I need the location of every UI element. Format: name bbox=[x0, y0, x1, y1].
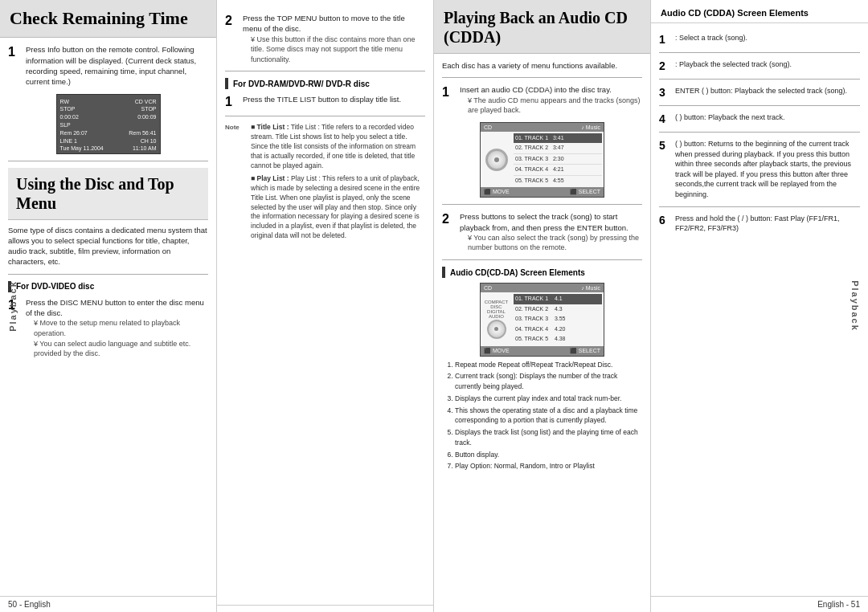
dvd-video-step-1-row: 1 Press the DISC MENU button to enter th… bbox=[8, 297, 208, 359]
playing-back-title: Playing Back an Audio CD (CDDA) bbox=[444, 8, 641, 47]
audio-cd-screen-sub-title: Audio CD(CD-DA) Screen Elements bbox=[442, 267, 642, 278]
audio-cd-bar bbox=[442, 267, 445, 278]
right-footer: English - 51 bbox=[651, 596, 868, 612]
mr-step-1-row: 1 Insert an audio CD (CDDA) into the dis… bbox=[442, 84, 642, 115]
top-step-2-text: Press the TOP MENU button to move to the… bbox=[243, 13, 425, 35]
r-div-4 bbox=[659, 132, 860, 133]
mr-divider-3 bbox=[442, 259, 642, 260]
right-footer-text: English - 51 bbox=[817, 600, 860, 609]
list-item-5: Displays the track list (song list) and … bbox=[455, 427, 642, 448]
screen-row-4: SLP bbox=[60, 121, 157, 129]
item-num-2: 2 bbox=[659, 59, 670, 72]
mr-step-2-num: 2 bbox=[442, 212, 455, 226]
dvd-ram-step-1-num: 1 bbox=[225, 95, 238, 109]
middle-left-footer bbox=[217, 605, 433, 612]
item-desc-5: ( ) button: Returns to the beginning of … bbox=[675, 139, 860, 200]
mr-step-2-text: Press buttons to select the track (song)… bbox=[460, 211, 642, 233]
middle-right-content: Each disc has a variety of menu function… bbox=[434, 54, 650, 612]
audio-cd-item-6: 6 Press and hold the ( / ) button: Fast … bbox=[659, 214, 860, 234]
cd-track-list-2: 01. TRACK 1 4.1 02. TRACK 2 4.3 03. TRAC… bbox=[514, 294, 602, 345]
step-1-row: 1 Press Info button on the remote contro… bbox=[8, 44, 208, 87]
item-num-6: 6 bbox=[659, 214, 670, 226]
cd-screen-body: 01. TRACK 1 3:41 02. TRACK 2 3:47 03. TR… bbox=[481, 132, 604, 188]
audio-cd-cdda-title: Audio CD (CDDA) Screen Elements bbox=[661, 8, 858, 18]
left-footer: 50 - English bbox=[0, 596, 216, 612]
cd-screen-mockup-1: CD ♪ Music 01. TRACK 1 3:41 02. TRACK 2 … bbox=[480, 122, 604, 198]
item-num-5: 5 bbox=[659, 139, 670, 152]
mr-step-1-text: Insert an audio CD (CDDA) into the disc … bbox=[460, 84, 642, 95]
mr-divider-2 bbox=[442, 204, 642, 205]
item-desc-6: Press and hold the ( / ) button: Fast Pl… bbox=[675, 214, 860, 234]
dvd-video-sub-title: For DVD-VIDEO disc bbox=[8, 281, 208, 292]
page-left: Playback Check Remaining Time 1 Press In… bbox=[0, 0, 217, 612]
cd-screen-body-2: COMPACTDISCDIGITAL AUDIO 01. TRACK 1 4.1… bbox=[481, 292, 604, 346]
dvd-ram-label: For DVD-RAM/DVD-RW/ DVD-R disc bbox=[233, 79, 370, 89]
cd-track-list: 01. TRACK 1 3:41 02. TRACK 2 3:47 03. TR… bbox=[514, 133, 602, 186]
page-middle-left: 2 Press the TOP MENU button to move to t… bbox=[217, 0, 434, 612]
mr-step-2-content: Press buttons to select the track (song)… bbox=[460, 211, 642, 253]
audio-cd-item-5: 5 ( ) button: Returns to the beginning o… bbox=[659, 139, 860, 200]
top-step-2-note-1: Use this button if the disc contains mor… bbox=[243, 35, 425, 65]
screen-row-5: Rem 26:07Rem 56:41 bbox=[60, 129, 157, 137]
page-middle-right: Playing Back an Audio CD (CDDA) Each dis… bbox=[434, 0, 651, 612]
screen-row-3: 0:00:020:00:09 bbox=[60, 113, 157, 121]
item-num-4: 4 bbox=[659, 112, 670, 125]
audio-cd-item-4: 4 ( ) button: Playback the next track. bbox=[659, 112, 860, 125]
playing-back-header: Playing Back an Audio CD (CDDA) bbox=[434, 0, 650, 54]
disc-top-menu-header: Using the Disc and Top Menu bbox=[8, 168, 208, 220]
left-content: 1 Press Info button on the remote contro… bbox=[0, 38, 216, 596]
playback-tab-right: Playback bbox=[850, 280, 860, 332]
dvd-video-note-1: Move to the setup menu related to playba… bbox=[26, 318, 208, 338]
cd-screen-footer: ⬛ MOVE⬛ SELECT bbox=[481, 187, 604, 197]
right-section-header: Audio CD (CDDA) Screen Elements bbox=[651, 0, 868, 23]
middle-divider-1 bbox=[225, 71, 425, 71]
item-num-1: 1 bbox=[659, 33, 670, 46]
note-content: ■ Title List : Title List : Title refers… bbox=[251, 123, 425, 241]
r-div-2 bbox=[659, 79, 860, 80]
step-1-text: Press Info button on the remote control.… bbox=[26, 44, 208, 87]
check-remaining-time-title: Check Remaining Time bbox=[10, 8, 207, 29]
left-footer-text: 50 - English bbox=[8, 600, 51, 609]
mr-step-1-num: 1 bbox=[442, 85, 455, 100]
screen-row-7: Tue May 11.200411:10 AM bbox=[60, 145, 157, 153]
item-desc-4: ( ) button: Playback the next track. bbox=[675, 112, 785, 123]
title-list-note: ■ Title List : Title List : Title refers… bbox=[251, 123, 425, 170]
item-num-3: 3 bbox=[659, 86, 670, 99]
list-item-1: Repeat mode Repeat off/Repeat Track/Repe… bbox=[455, 360, 642, 370]
audio-cd-items: 1 : Select a track (song). 2 : Playback … bbox=[659, 33, 860, 234]
mr-step-2-note: You can also select the track (song) by … bbox=[460, 233, 642, 253]
mr-step-1-content: Insert an audio CD (CDDA) into the disc … bbox=[460, 84, 642, 115]
cd-screen-footer-2: ⬛ MOVE⬛ SELECT bbox=[481, 346, 604, 356]
disc-top-menu-title: Using the Disc and Top Menu bbox=[16, 174, 200, 213]
item-desc-3: ENTER ( ) button: Playback the selected … bbox=[675, 86, 847, 96]
audio-cd-item-3: 3 ENTER ( ) button: Playback the selecte… bbox=[659, 86, 860, 99]
cd-screen-header: CD ♪ Music bbox=[481, 123, 604, 132]
mr-step-1-note: The audio CD menu appears and the tracks… bbox=[460, 96, 642, 116]
note-label: Note bbox=[225, 124, 248, 131]
step-1-number: 1 bbox=[8, 45, 21, 59]
page-right: Playback Audio CD (CDDA) Screen Elements… bbox=[651, 0, 868, 612]
disc-top-menu-desc: Some type of discs contains a dedicated … bbox=[8, 225, 208, 267]
top-step-2-number: 2 bbox=[225, 14, 238, 28]
cd-screen-items-list: Repeat mode Repeat off/Repeat Track/Repe… bbox=[442, 360, 642, 472]
list-item-7: Play Option: Normal, Random, Intro or Pl… bbox=[455, 461, 642, 471]
playback-tab-left: Playback bbox=[8, 280, 18, 332]
list-item-2: Current track (song): Displays the numbe… bbox=[455, 371, 642, 392]
dvd-ram-step-1-text: Press the TITLE LIST button to display t… bbox=[243, 94, 401, 104]
audio-cd-screen-label: Audio CD(CD-DA) Screen Elements bbox=[450, 267, 585, 278]
dvd-video-step-1-content: Press the DISC MENU button to enter the … bbox=[26, 297, 208, 359]
dvd-video-note-2: You can select audio language and subtit… bbox=[26, 339, 208, 359]
dvd-video-label: For DVD-VIDEO disc bbox=[16, 281, 94, 292]
divider-1 bbox=[8, 161, 208, 161]
mr-step-2-row: 2 Press buttons to select the track (son… bbox=[442, 211, 642, 253]
screen-mockup: RWCD VCR STOPSTOP 0:00:020:00:09 SLP Rem… bbox=[56, 94, 161, 154]
dvd-ram-sub-title: For DVD-RAM/DVD-RW/ DVD-R disc bbox=[225, 78, 425, 89]
cd-disc-2: COMPACTDISCDIGITAL AUDIO bbox=[482, 294, 510, 345]
divider-2 bbox=[8, 274, 208, 275]
dvd-video-step-1-text: Press the DISC MENU button to enter the … bbox=[26, 297, 208, 319]
list-item-4: This shows the operating state of a disc… bbox=[455, 406, 642, 426]
play-list-note: ■ Play List : Play List : This refers to… bbox=[251, 174, 425, 241]
middle-left-content: 2 Press the TOP MENU button to move to t… bbox=[217, 0, 433, 605]
screen-row-2: STOPSTOP bbox=[60, 105, 157, 113]
check-remaining-time-header: Check Remaining Time bbox=[0, 0, 216, 38]
